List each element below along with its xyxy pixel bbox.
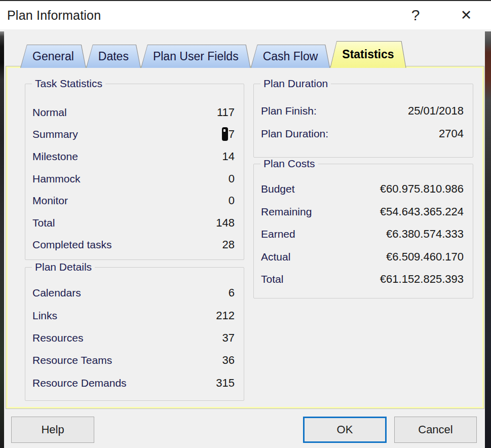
stat-row-summary: Summary 17 bbox=[32, 124, 235, 146]
detail-row-links: Links 212 bbox=[32, 304, 235, 326]
tab-statistics[interactable]: Statistics bbox=[330, 41, 406, 68]
plan-duration-rows: Plan Finish: 25/01/2018 Plan Duration: 2… bbox=[261, 99, 464, 145]
tab-strip: General Dates Plan User Fields Cash Flow… bbox=[20, 41, 406, 68]
plan-duration-group: Plan Duration Plan Finish: 25/01/2018 Pl… bbox=[253, 84, 473, 158]
close-icon[interactable]: ✕ bbox=[450, 1, 482, 29]
tab-plan-user-fields[interactable]: Plan User Fields bbox=[141, 45, 251, 68]
stat-row-completed-tasks: Completed tasks 28 bbox=[32, 234, 235, 256]
background-window-strip-right bbox=[485, 31, 491, 448]
plan-costs-group: Plan Costs Budget €60.975.810.986 Remain… bbox=[253, 164, 473, 298]
plan-details-rows: Calendars 6 Links 212 Resources 37 Resou… bbox=[32, 282, 235, 394]
tab-general[interactable]: General bbox=[20, 45, 86, 68]
help-icon[interactable]: ? bbox=[400, 1, 431, 29]
group-title: Plan Details bbox=[32, 261, 95, 273]
text-cursor-icon bbox=[222, 127, 228, 141]
tab-dates[interactable]: Dates bbox=[86, 45, 141, 68]
plan-costs-rows: Budget €60.975.810.986 Remaining €54.643… bbox=[261, 178, 464, 291]
cost-row-budget: Budget €60.975.810.986 bbox=[261, 178, 464, 201]
cost-row-actual: Actual €6.509.460.170 bbox=[261, 246, 464, 269]
ok-button[interactable]: OK bbox=[303, 417, 387, 443]
tab-statistics-label: Statistics bbox=[330, 48, 406, 61]
stat-row-hammock: Hammock 0 bbox=[32, 168, 235, 190]
cost-row-total: Total €61.152.825.393 bbox=[261, 268, 464, 291]
cost-row-earned: Earned €6.380.574.333 bbox=[261, 223, 464, 246]
cost-row-remaining: Remaining €54.643.365.224 bbox=[261, 201, 464, 223]
background-window-strip-left bbox=[0, 31, 4, 448]
detail-row-calendars: Calendars 6 bbox=[32, 282, 235, 304]
tab-dates-label: Dates bbox=[86, 50, 141, 63]
group-title: Plan Duration bbox=[260, 78, 331, 90]
plan-information-dialog: Plan Information ? ✕ General Dates Plan … bbox=[0, 0, 491, 448]
detail-row-resource-demands: Resource Demands 315 bbox=[32, 372, 235, 394]
detail-row-resource-teams: Resource Teams 36 bbox=[32, 349, 235, 371]
group-title: Plan Costs bbox=[260, 158, 318, 170]
plan-details-group: Plan Details Calendars 6 Links 212 Resou… bbox=[25, 267, 244, 401]
task-statistics-rows: Normal 117 Summary 17 Milestone 14 Hammo… bbox=[32, 101, 235, 256]
task-statistics-group: Task Statistics Normal 117 Summary 17 Mi… bbox=[25, 84, 244, 260]
group-title: Task Statistics bbox=[32, 78, 105, 90]
cancel-button[interactable]: Cancel bbox=[394, 417, 477, 443]
tab-cash-flow-label: Cash Flow bbox=[251, 50, 330, 63]
title-bar: Plan Information ? ✕ bbox=[0, 0, 491, 29]
tab-plan-user-fields-label: Plan User Fields bbox=[141, 50, 251, 63]
stat-row-monitor: Monitor 0 bbox=[32, 190, 235, 212]
detail-row-resources: Resources 37 bbox=[32, 327, 235, 349]
stat-row-milestone: Milestone 14 bbox=[32, 145, 235, 168]
duration-row-plan-finish: Plan Finish: 25/01/2018 bbox=[261, 99, 464, 122]
stat-row-total: Total 148 bbox=[32, 212, 235, 234]
duration-row-plan-duration: Plan Duration: 2704 bbox=[261, 122, 464, 145]
stat-row-normal: Normal 117 bbox=[32, 101, 235, 124]
help-button[interactable]: Help bbox=[11, 417, 94, 443]
statistics-tab-page: Task Statistics Normal 117 Summary 17 Mi… bbox=[6, 66, 484, 408]
tab-cash-flow[interactable]: Cash Flow bbox=[251, 45, 330, 68]
window-title: Plan Information bbox=[0, 8, 101, 23]
tab-general-label: General bbox=[20, 50, 86, 63]
